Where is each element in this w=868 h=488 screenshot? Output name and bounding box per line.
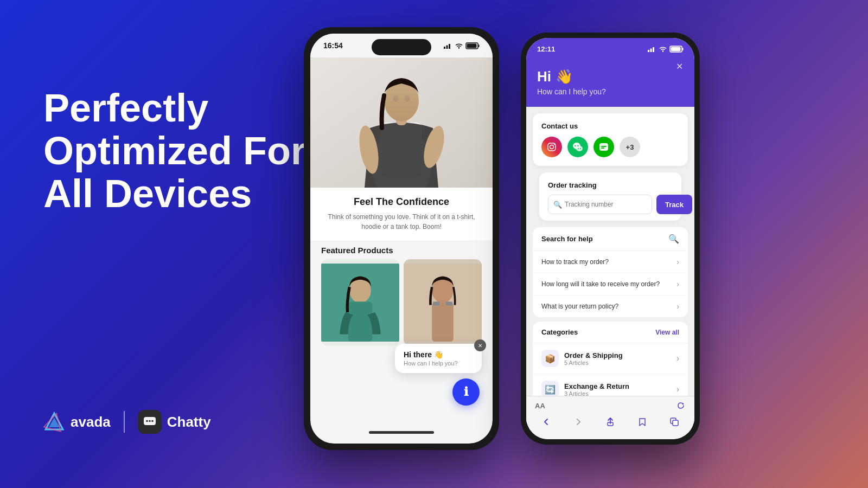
line-icon xyxy=(598,141,610,153)
faq-item-2[interactable]: How long will it take to receive my orde… xyxy=(533,273,688,296)
chat-bubble-subtitle: How can I help you? xyxy=(404,360,473,367)
svg-point-19 xyxy=(393,95,399,102)
svg-rect-30 xyxy=(445,301,452,305)
order-tracking-title: Order tracking xyxy=(548,181,673,189)
more-label: +3 xyxy=(626,143,634,151)
svg-rect-52 xyxy=(673,420,678,426)
hero-title: Perfectly Optimized For All Devices xyxy=(43,87,326,216)
phone2-signal-icon xyxy=(648,46,656,52)
svg-rect-10 xyxy=(449,44,450,49)
browser-refresh-icon[interactable] xyxy=(676,401,686,410)
svg-rect-28 xyxy=(432,303,454,342)
track-button[interactable]: Track xyxy=(656,195,692,214)
browser-aa-label[interactable]: AA xyxy=(535,402,545,410)
phone1-home-indicator xyxy=(369,431,434,434)
svg-rect-9 xyxy=(446,46,448,49)
svg-rect-48 xyxy=(601,147,604,149)
chat-close-button[interactable]: ✕ xyxy=(474,339,486,351)
svg-point-44 xyxy=(578,148,579,149)
chatty-logo: Chatty xyxy=(138,410,211,434)
categories-header: Categories View all xyxy=(533,322,688,343)
product-card-2[interactable] xyxy=(404,259,482,346)
hero-person-svg xyxy=(310,57,493,188)
search-help-header: Search for help 🔍 xyxy=(533,227,688,251)
faq-item-3[interactable]: What is your return policy? › xyxy=(533,296,688,317)
view-all-link[interactable]: View all xyxy=(655,329,679,336)
wifi-icon xyxy=(455,42,463,49)
phone1-screen: 16:54 xyxy=(310,34,493,444)
brand-divider xyxy=(124,411,125,433)
more-contacts-button[interactable]: +3 xyxy=(620,137,640,157)
browser-forward-icon[interactable] xyxy=(573,417,583,427)
tracking-search-icon: 🔍 xyxy=(553,201,562,209)
search-help-search-icon[interactable]: 🔍 xyxy=(668,234,679,244)
browser-share-icon[interactable] xyxy=(605,417,615,427)
phone2-wifi-icon xyxy=(659,46,667,52)
instagram-icon xyxy=(546,142,557,152)
phone2-time: 12:11 xyxy=(537,45,555,53)
browser-tabs-icon[interactable] xyxy=(669,417,679,427)
category-item-1[interactable]: 📦 Order & Shipping 5 Articles › xyxy=(533,343,688,374)
svg-point-4 xyxy=(146,420,148,422)
phone2-shell: 12:11 xyxy=(521,33,700,445)
svg-point-20 xyxy=(404,95,410,102)
phone2-close-button[interactable]: ✕ xyxy=(673,60,686,73)
phone2-status-icons xyxy=(648,46,684,53)
product2-image xyxy=(404,259,482,346)
phone1-ecommerce: 16:54 xyxy=(304,27,499,450)
shop-hero-image xyxy=(310,57,493,188)
phone2-browser-bar: AA xyxy=(526,396,694,439)
browser-address-bar: AA xyxy=(526,396,694,415)
chatty-icon xyxy=(138,410,162,434)
line-button[interactable] xyxy=(593,137,614,157)
browser-back-icon[interactable] xyxy=(541,417,551,427)
svg-rect-29 xyxy=(433,301,440,305)
svg-point-41 xyxy=(576,146,583,151)
contact-icons-row: +3 xyxy=(541,137,679,157)
battery-icon xyxy=(465,42,480,49)
category-2-chevron: › xyxy=(676,384,679,394)
chat-bubble-title: Hi there 👋 xyxy=(404,350,473,359)
chatty-label: Chatty xyxy=(167,414,211,431)
shop-text-section: Feel The Confidence Think of something y… xyxy=(310,188,493,240)
phone1-shell: 16:54 xyxy=(304,27,499,450)
instagram-button[interactable] xyxy=(541,137,562,157)
search-help-title: Search for help xyxy=(541,235,593,243)
browser-bookmarks-icon[interactable] xyxy=(637,417,647,427)
category-item-1-left: 📦 Order & Shipping 5 Articles xyxy=(541,350,623,367)
svg-rect-47 xyxy=(601,146,607,147)
svg-rect-25 xyxy=(348,301,373,342)
faq-question-1: How to track my order? xyxy=(541,258,609,266)
chatty-chat-icon xyxy=(142,414,157,429)
contact-us-title: Contact us xyxy=(541,122,679,130)
svg-point-38 xyxy=(550,145,554,149)
faq-question-3: What is your return policy? xyxy=(541,303,618,310)
chat-bubble-overlay: ✕ Hi there 👋 How can I help you? xyxy=(395,344,482,373)
phone1-status-icons xyxy=(444,42,480,49)
category-1-icon: 📦 xyxy=(541,350,559,367)
product-card-1[interactable] xyxy=(321,259,399,346)
avada-label: avada xyxy=(71,414,111,431)
svg-point-42 xyxy=(575,145,576,146)
tracking-number-input[interactable] xyxy=(548,195,652,214)
categories-title: Categories xyxy=(541,328,578,336)
shop-headline: Feel The Confidence xyxy=(321,196,482,208)
wechat-button[interactable] xyxy=(567,137,588,157)
svg-rect-13 xyxy=(467,43,477,48)
featured-products-label: Featured Products xyxy=(310,240,493,259)
faq-item-1[interactable]: How to track my order? › xyxy=(533,251,688,273)
signal-icon xyxy=(444,42,452,49)
svg-point-45 xyxy=(580,148,581,149)
svg-point-5 xyxy=(149,420,151,422)
svg-rect-32 xyxy=(650,49,652,53)
avada-icon xyxy=(43,411,65,433)
browser-nav-icons xyxy=(526,415,694,429)
hero-line2: Optimized For xyxy=(43,129,306,172)
chat-fab-button[interactable]: ℹ xyxy=(452,378,480,406)
faq-chevron-3: › xyxy=(676,302,679,311)
phone1-dynamic-island xyxy=(372,39,431,55)
svg-rect-8 xyxy=(444,47,445,49)
search-for-help-section: Search for help 🔍 How to track my order?… xyxy=(533,227,688,317)
hero-section: Perfectly Optimized For All Devices xyxy=(43,87,326,227)
faq-chevron-1: › xyxy=(676,258,679,266)
